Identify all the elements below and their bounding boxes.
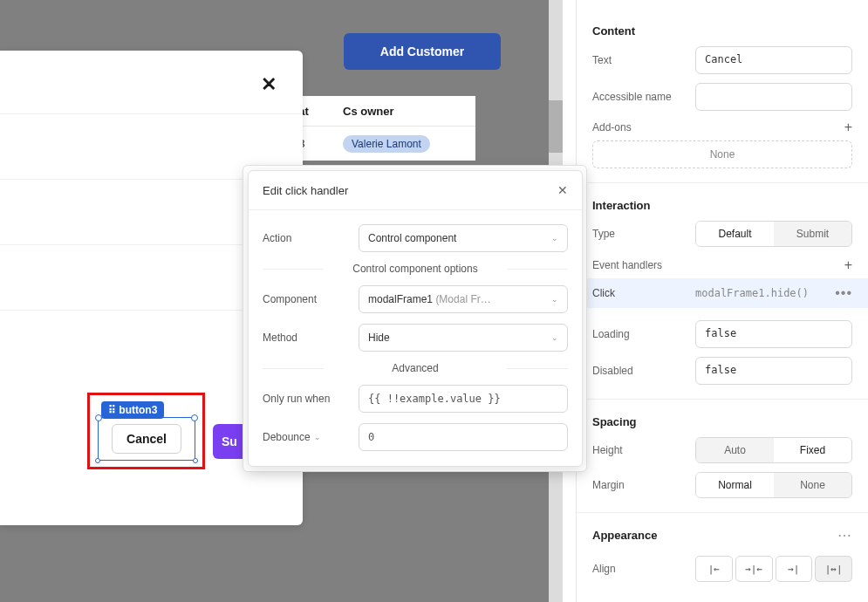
popup-title: Edit click handler [263,184,348,197]
inspector-panel: Content Text Cancel Accessible name Add-… [576,0,868,602]
table-header-row: eat Cs owner [292,96,475,126]
align-label: Align [592,563,695,575]
margin-option-none[interactable]: None [774,473,851,497]
control-component-options-heading: Control component options [263,263,568,275]
action-select[interactable]: Control component ⌄ [359,224,568,252]
edit-click-handler-popup: Edit click handler ✕ Action Control comp… [248,170,583,467]
advanced-heading: Advanced [263,362,568,374]
close-icon[interactable]: ✕ [557,183,568,197]
method-select[interactable]: Hide ⌄ [359,324,568,352]
appearance-more-icon[interactable]: ⋯ [837,527,852,544]
component-select[interactable]: modalFrame1 (Modal Fr… ⌄ [359,285,568,313]
height-option-fixed[interactable]: Fixed [774,438,851,462]
margin-segmented[interactable]: Normal None [695,472,852,498]
close-icon[interactable]: ✕ [261,73,277,96]
chevron-down-icon: ⌄ [551,295,558,304]
method-label: Method [263,332,359,344]
loading-input[interactable]: false [695,320,852,348]
loading-label: Loading [592,328,695,340]
add-customer-button[interactable]: Add Customer [344,33,501,70]
addons-empty[interactable]: None [592,140,852,168]
align-stretch-button[interactable]: |↔| [815,556,852,582]
table-row[interactable]: 23 Valerie Lamont [292,126,475,161]
margin-option-normal[interactable]: Normal [696,473,774,497]
align-right-button[interactable]: →| [776,556,813,582]
type-option-submit[interactable]: Submit [774,222,851,246]
selection-bounds[interactable]: Cancel [98,417,195,461]
debounce-input[interactable]: 0 [359,423,568,451]
component-select-secondary: (Modal Fr… [435,293,490,305]
selection-tag[interactable]: ⠿ button3 [101,401,164,419]
component-label: Component [263,293,359,305]
align-left-button[interactable]: |← [695,556,733,582]
event-handler-more-icon[interactable]: ••• [835,289,852,298]
accessible-name-input[interactable] [695,83,852,111]
accessible-name-label: Accessible name [592,91,695,103]
add-event-handler-button[interactable]: + [844,257,852,273]
action-label: Action [263,232,359,244]
type-option-default[interactable]: Default [696,222,774,246]
appearance-heading: Appearance [592,529,657,542]
event-handlers-label: Event handlers [592,259,662,271]
height-label: Height [592,444,695,456]
only-run-when-input[interactable]: {{ !!example.value }} [359,385,568,413]
text-label: Text [592,54,695,66]
debounce-label: Debounce ⌄ [263,431,359,443]
owner-badge[interactable]: Valerie Lamont [343,135,430,153]
height-option-auto[interactable]: Auto [696,438,774,462]
chevron-down-icon[interactable]: ⌄ [314,433,321,441]
table-cell-owner: Valerie Lamont [336,135,475,153]
add-addon-button[interactable]: + [844,120,852,135]
component-select-value: modalFrame1 [368,293,433,305]
align-center-button[interactable]: →|← [735,556,773,582]
height-segmented[interactable]: Auto Fixed [695,437,852,463]
margin-label: Margin [592,479,695,491]
type-label: Type [592,228,695,240]
event-handler-code: modalFrame1.hide() [695,287,835,299]
type-segmented[interactable]: Default Submit [695,221,852,247]
only-run-when-label: Only run when [263,393,359,405]
align-group: |← →|← →| |↔| [695,556,852,582]
content-heading: Content [592,24,852,38]
canvas-scrollbar-thumb[interactable] [549,100,563,153]
addons-label: Add-ons [592,121,632,133]
submit-button-fragment[interactable]: Su [213,424,248,459]
method-select-value: Hide [368,332,390,344]
chevron-down-icon: ⌄ [551,234,558,243]
disabled-input[interactable]: false [695,357,852,385]
selected-component-wrapper: ⠿ button3 Cancel [89,394,205,468]
event-handler-name: Click [592,287,695,299]
cancel-button[interactable]: Cancel [112,424,181,454]
chevron-down-icon: ⌄ [551,333,558,342]
interaction-heading: Interaction [592,199,852,212]
disabled-label: Disabled [592,365,695,377]
table-header-owner: Cs owner [336,105,475,118]
text-input[interactable]: Cancel [695,46,852,74]
action-select-value: Control component [368,232,456,244]
spacing-heading: Spacing [592,415,852,428]
event-handler-row[interactable]: Click modalFrame1.hide() ••• [577,278,868,308]
customers-table-fragment: eat Cs owner 23 Valerie Lamont [292,96,475,161]
